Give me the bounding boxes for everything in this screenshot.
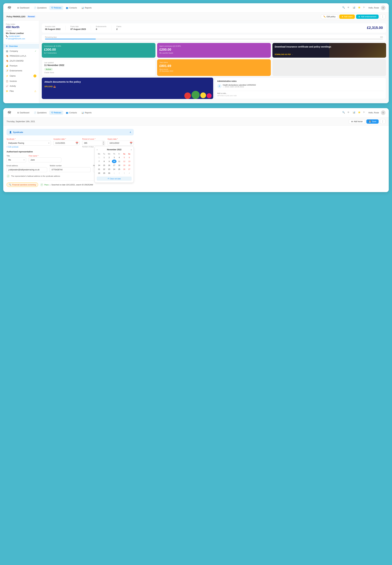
cal-day[interactable]: 22 xyxy=(102,167,107,171)
cal-day[interactable]: 5 xyxy=(122,156,126,159)
firstname-input[interactable] xyxy=(29,157,61,162)
sidebar-item-horse1[interactable]: 🐴 PRINCESS LAYLA xyxy=(3,54,39,59)
network2-icon[interactable]: ❊ xyxy=(348,111,351,114)
cal-day[interactable]: 19 xyxy=(122,164,126,167)
cal-day[interactable]: 3 xyxy=(122,171,126,175)
stat-total: £2,315.00 xyxy=(367,26,383,30)
sidebar-item-overview[interactable]: ⚙ Overview xyxy=(3,44,39,49)
cal-day[interactable]: 7 xyxy=(97,160,101,163)
user-avatar-2[interactable]: R xyxy=(381,110,385,115)
chart2-icon[interactable]: 📊 xyxy=(353,111,356,114)
cal-day[interactable]: 18 xyxy=(117,164,122,167)
cal-day[interactable]: 21 xyxy=(97,167,101,171)
cal-day[interactable]: 27 xyxy=(127,167,132,171)
sidebar-item-horse2[interactable]: 🐴 ZALFA SWORD xyxy=(3,59,39,63)
cal-day[interactable]: 28 xyxy=(97,171,101,175)
network-icon[interactable]: ❊ xyxy=(348,6,351,10)
cal-day[interactable]: 26 xyxy=(122,167,126,171)
search2-icon[interactable]: 🔍 xyxy=(342,111,346,114)
search-icon[interactable]: 🔍 xyxy=(342,6,346,10)
cal-day[interactable]: 31 xyxy=(97,156,101,159)
main-content: Policy holder 450 North Contact Ms Siena… xyxy=(3,21,389,103)
edit-syndicate-link[interactable]: ✏ Edit syndicate xyxy=(7,146,51,148)
nav2-dashboard[interactable]: ⊞ Dashboard xyxy=(15,111,31,115)
cal-day[interactable]: 4 xyxy=(117,156,122,159)
star2-icon[interactable]: ⭐ xyxy=(358,111,361,114)
cal-day[interactable]: 25 xyxy=(117,167,122,171)
nav-dashboard[interactable]: ⊞ Dashboard xyxy=(15,6,31,10)
cal-day[interactable]: 29 xyxy=(102,171,107,175)
cal-day[interactable]: 2 xyxy=(117,171,122,175)
cal-day[interactable]: 12 xyxy=(122,160,126,163)
cal-day[interactable]: 9 xyxy=(107,160,112,163)
cal-day[interactable]: 11 xyxy=(117,160,122,163)
cal-day[interactable]: 15 xyxy=(102,164,107,167)
more-options-button-2[interactable]: ⋮ xyxy=(380,119,385,124)
cal-day[interactable]: 16 xyxy=(107,164,112,167)
nav2-policies[interactable]: 🛡 Policies xyxy=(49,111,63,115)
nav2-contacts[interactable]: 👥 Contacts xyxy=(64,111,79,115)
cal-day[interactable]: 3 xyxy=(112,156,117,159)
email-input[interactable] xyxy=(7,167,47,172)
sidebar-item-company[interactable]: 🏢 Company ✓ xyxy=(3,49,39,54)
sidebar-item-claims[interactable]: ⚡ Claims 2 xyxy=(3,73,39,79)
upload-button[interactable]: UPLOAD 📤 xyxy=(44,85,210,88)
financial-sanctions-button[interactable]: 🔍 Financial sanctions screening xyxy=(7,182,38,187)
save-button[interactable]: 💾 Save xyxy=(366,119,379,124)
cal-clear-button[interactable]: ↺ Clear set date xyxy=(97,177,132,181)
title-select[interactable]: Ms Mr Dr xyxy=(7,157,26,162)
download-pdf-button[interactable]: DOWNLOAD AS PDF → xyxy=(275,54,384,55)
cal-day[interactable]: 24 xyxy=(112,167,117,171)
mobile-input[interactable] xyxy=(50,167,90,172)
chart-icon[interactable]: 📊 xyxy=(353,6,356,10)
cal-day[interactable]: 17 xyxy=(112,164,117,167)
syndicate-section-header[interactable]: 👤 Syndicate ∧ xyxy=(7,129,134,135)
cal-day[interactable]: 6 xyxy=(127,156,132,159)
form-panel-inner: 👤 Syndicate ∧ Syndicate * Dallywater Rac… xyxy=(7,129,134,189)
nav2-quotations[interactable]: 📄 Quotations xyxy=(32,111,49,115)
cal-day[interactable]: 1 xyxy=(112,171,117,175)
period-down-button[interactable]: ▼ xyxy=(102,143,105,145)
more-options-button[interactable]: ⋮ xyxy=(380,14,385,19)
sidebar-item-invoices[interactable]: 📋 Invoices xyxy=(3,79,39,84)
cal-day[interactable]: 2 xyxy=(107,156,112,159)
flag2-icon[interactable]: 🏳 xyxy=(363,111,366,114)
cal-next-button[interactable]: › xyxy=(131,148,132,151)
sidebar-item-files[interactable]: 📁 Files ⚠ xyxy=(3,89,39,94)
period-input[interactable] xyxy=(82,141,105,146)
cal-day[interactable]: 23 xyxy=(107,167,112,171)
inception-date-input[interactable] xyxy=(54,141,80,146)
nav-reports[interactable]: 📊 Reports xyxy=(79,6,94,10)
user-avatar[interactable]: R xyxy=(381,6,385,10)
sidebar-item-premium[interactable]: 💰 Premium xyxy=(3,63,39,68)
cal-day-today[interactable]: 10 xyxy=(112,160,117,163)
expiry-date-input[interactable] xyxy=(108,141,134,146)
nav2-reports[interactable]: 📊 Reports xyxy=(79,111,94,115)
cal-day[interactable]: 4 xyxy=(127,171,132,175)
cal-prev-button[interactable]: ‹ xyxy=(97,148,98,151)
syndicate-select[interactable]: Dallywater RacingOption 2 xyxy=(7,141,51,146)
phone-link[interactable]: 01638 663007 xyxy=(9,35,20,37)
email-link[interactable]: siena@450north.com xyxy=(8,38,25,40)
nav-quotations[interactable]: 📄 Quotations xyxy=(32,6,49,10)
nav-policies[interactable]: 🛡 Policies xyxy=(49,6,63,10)
flag-icon[interactable]: 🏳 xyxy=(363,6,366,10)
cal-day[interactable]: 1 xyxy=(102,156,107,159)
add-endorsement-button[interactable]: ⊕ Add endorsement xyxy=(356,15,379,19)
cal-day[interactable]: 30 xyxy=(107,171,112,175)
edit-policy-button[interactable]: ✏️ Edit policy xyxy=(321,14,338,19)
cal-day[interactable]: 13 xyxy=(127,160,132,163)
cal-day[interactable]: 8 xyxy=(102,160,107,163)
sidebar-item-activity[interactable]: 📈 Activity xyxy=(3,84,39,89)
cal-day[interactable]: 14 xyxy=(97,164,101,167)
nav-contacts[interactable]: 👥 Contacts xyxy=(64,6,79,10)
add-note-input[interactable] xyxy=(217,91,384,94)
star-icon[interactable]: ⭐ xyxy=(358,6,361,10)
claims-label: Claims xyxy=(116,26,121,28)
date-header: Thursday, September 16th, 2021 xyxy=(7,120,35,123)
cal-day[interactable]: 20 xyxy=(127,164,132,167)
period-up-button[interactable]: ▲ xyxy=(102,141,105,143)
add-claim-button[interactable]: ⊕ Add claim xyxy=(339,15,355,19)
add-horse-button[interactable]: ⊕ Add horse xyxy=(349,119,365,124)
sidebar-item-endorsements[interactable]: 📝 Endorsements xyxy=(3,68,39,73)
